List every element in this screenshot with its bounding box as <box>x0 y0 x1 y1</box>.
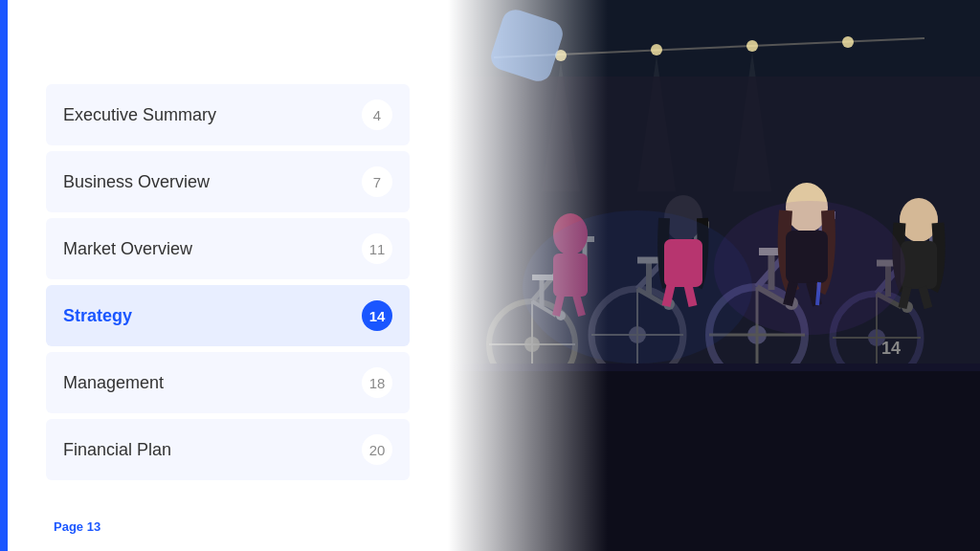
svg-text:14: 14 <box>881 339 901 358</box>
toc-item-number-market-overview: 11 <box>362 233 392 264</box>
toc-item-number-business-overview: 7 <box>362 166 392 197</box>
toc-item-business-overview[interactable]: Business Overview7 <box>46 151 410 212</box>
footer-prefix: Page <box>54 519 87 534</box>
svg-point-5 <box>842 36 854 48</box>
toc-item-executive-summary[interactable]: Executive Summary4 <box>46 84 410 145</box>
svg-point-4 <box>746 40 758 52</box>
toc-item-label-executive-summary: Executive Summary <box>63 105 216 125</box>
photo-gradient-overlay <box>448 0 608 551</box>
toc-item-label-management: Management <box>63 373 164 393</box>
toc-item-number-executive-summary: 4 <box>362 99 392 130</box>
svg-rect-72 <box>901 241 937 289</box>
toc-item-financial-plan[interactable]: Financial Plan20 <box>46 419 410 480</box>
svg-point-3 <box>651 44 662 55</box>
toc-item-label-strategy: Strategy <box>63 306 132 326</box>
toc-item-number-strategy: 14 <box>362 300 392 331</box>
slide-page: Executive Summary4Business Overview7Mark… <box>0 0 980 551</box>
page-number: 13 <box>87 519 100 534</box>
toc-item-label-market-overview: Market Overview <box>63 239 192 259</box>
svg-line-73 <box>902 287 907 308</box>
toc-item-management[interactable]: Management18 <box>46 352 410 413</box>
svg-line-74 <box>923 287 928 308</box>
left-panel: Executive Summary4Business Overview7Mark… <box>8 0 448 551</box>
toc-item-label-financial-plan: Financial Plan <box>63 440 171 460</box>
svg-point-78 <box>714 201 905 335</box>
right-panel: 14 <box>448 0 980 551</box>
toc-item-market-overview[interactable]: Market Overview11 <box>46 218 410 279</box>
accent-bar <box>0 0 8 551</box>
toc-item-label-business-overview: Business Overview <box>63 172 210 192</box>
toc-item-number-financial-plan: 20 <box>362 434 392 465</box>
toc-list: Executive Summary4Business Overview7Mark… <box>46 84 410 486</box>
svg-point-71 <box>900 198 938 242</box>
toc-item-number-management: 18 <box>362 367 392 398</box>
page-footer: Page 13 <box>54 519 100 534</box>
toc-item-strategy[interactable]: Strategy14 <box>46 285 410 346</box>
